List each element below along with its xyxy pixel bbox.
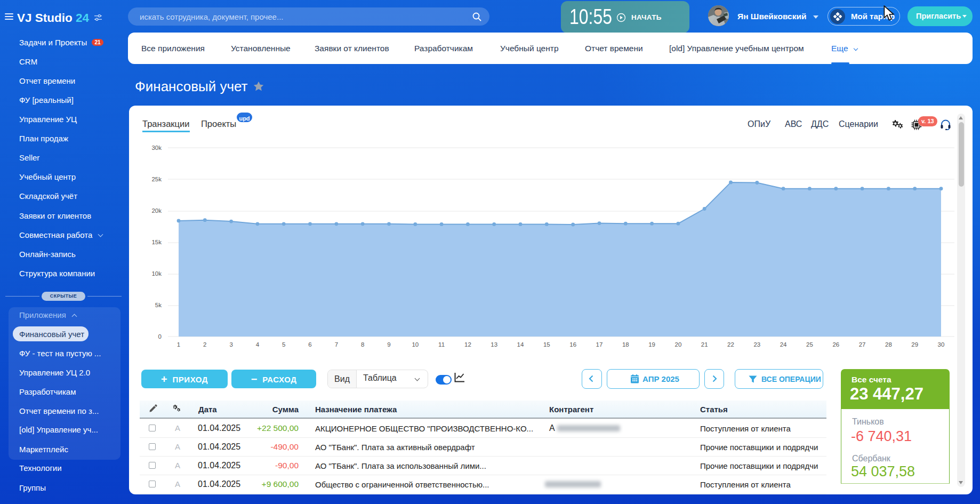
svg-text:3: 3 (229, 341, 232, 347)
svg-text:11: 11 (438, 341, 445, 347)
svg-text:0: 0 (158, 333, 162, 340)
svg-text:26: 26 (832, 341, 839, 347)
svg-text:6: 6 (308, 341, 311, 347)
svg-text:30k: 30k (151, 145, 162, 151)
svg-text:19: 19 (648, 341, 655, 347)
svg-text:2: 2 (203, 341, 206, 347)
svg-text:15k: 15k (151, 239, 162, 245)
svg-text:21: 21 (701, 341, 708, 347)
svg-text:29: 29 (911, 341, 918, 347)
svg-text:5k: 5k (155, 302, 162, 308)
svg-text:20: 20 (675, 341, 682, 347)
svg-text:5: 5 (282, 341, 285, 347)
svg-text:25k: 25k (151, 176, 162, 182)
svg-text:4: 4 (256, 341, 260, 347)
svg-text:16: 16 (569, 341, 576, 347)
svg-text:10: 10 (412, 341, 419, 347)
svg-text:17: 17 (596, 341, 603, 347)
svg-text:25: 25 (806, 341, 813, 347)
svg-text:23: 23 (753, 341, 760, 347)
svg-text:10k: 10k (151, 270, 162, 277)
svg-text:14: 14 (517, 341, 524, 347)
svg-text:13: 13 (491, 341, 497, 347)
svg-text:7: 7 (335, 341, 338, 347)
svg-text:15: 15 (543, 341, 550, 347)
svg-text:28: 28 (885, 341, 892, 347)
svg-text:27: 27 (859, 341, 866, 347)
svg-text:1: 1 (177, 341, 180, 347)
svg-text:22: 22 (727, 341, 734, 347)
svg-text:9: 9 (387, 341, 390, 347)
svg-text:18: 18 (622, 341, 629, 347)
svg-text:30: 30 (938, 341, 945, 347)
svg-text:12: 12 (464, 341, 471, 347)
svg-text:24: 24 (780, 341, 787, 347)
svg-text:20k: 20k (151, 207, 162, 214)
svg-text:8: 8 (361, 341, 364, 347)
